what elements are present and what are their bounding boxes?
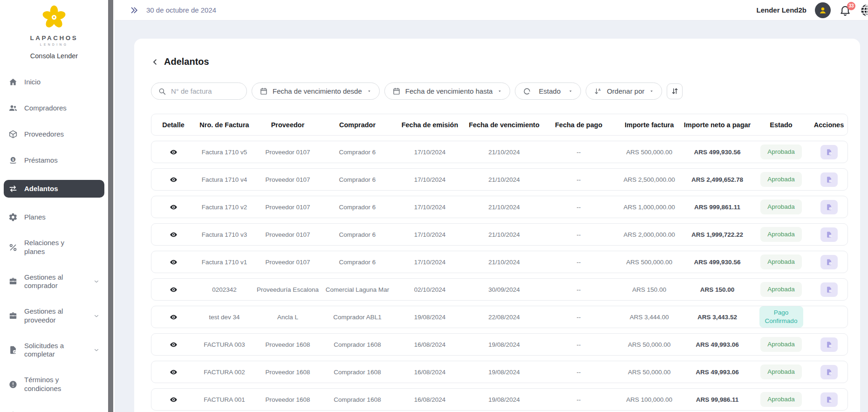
provider-cell: Proveedor 1608 [253,341,322,348]
person-icon [818,5,828,15]
sidebar-item-label: Préstamos [24,156,82,165]
sidebar-item-gestiones-al-comprador[interactable]: Gestiones al comprador [4,271,104,293]
sidebar-nav: Inicio Compradores Proveedores $ Préstam… [0,76,108,412]
caret-down-icon [497,89,502,94]
document-action-button[interactable] [820,282,838,297]
view-detail-button[interactable] [168,394,178,405]
coin-icon: $ [8,156,18,165]
table-row: Factura 1710 v3 Proveedor 0107 Comprador… [151,223,848,246]
sidebar-item-prestamos[interactable]: $ Préstamos [4,154,104,167]
view-detail-button[interactable] [168,202,178,212]
chevron-down-icon[interactable] [93,347,100,353]
table-row: Factura 1710 v2 Proveedor 0107 Comprador… [151,196,848,218]
view-detail-button[interactable] [168,257,178,267]
sidebar-item-proveedores[interactable]: Proveedores [4,128,104,141]
document-action-button[interactable] [820,227,838,242]
document-action-button[interactable] [820,200,838,214]
net-amount-cell: ARS 2,499,652.78 [683,176,752,183]
view-detail-button[interactable] [168,284,178,295]
column-header-acciones: Acciones [810,121,847,129]
view-detail-button[interactable] [168,312,178,322]
view-detail-button[interactable] [168,147,178,157]
due-date-to-filter[interactable]: Fecha de vencimiento hasta [384,82,511,100]
invoice-search[interactable] [151,82,247,100]
home-icon [8,77,18,87]
invoice-number-cell: test dev 34 [195,314,253,321]
language-button[interactable] [860,3,868,18]
doc-check-icon [826,341,833,348]
invoice-amount-cell: ARS 500,000.00 [616,259,683,266]
buyer-cell: Comprador 6 [322,231,393,238]
sidebar-item-gestiones-al-proveedor[interactable]: Gestiones al proveedor [4,305,104,327]
document-action-button[interactable] [820,145,838,159]
column-header-fecha-de-vencimiento: Fecha de vencimiento [467,121,541,129]
swap-icon [8,184,18,193]
buyer-cell: Comprador 6 [322,176,393,183]
invoice-number-cell: Factura 1710 v5 [195,149,253,156]
view-detail-button[interactable] [168,339,178,350]
percent-icon [8,243,18,252]
user-name: Lender Lend2b [756,6,806,14]
invoice-amount-cell: ARS 50,000.00 [616,341,683,348]
filters-bar: Fecha de vencimiento desde Fecha de venc… [151,82,848,100]
column-header-fecha-de-pago: Fecha de pago [541,121,616,129]
issue-date-cell: 17/10/2024 [393,176,467,183]
notifications-button[interactable]: 33 [839,4,851,16]
due-date-cell: 21/10/2024 [467,204,541,211]
sort-direction-button[interactable] [667,83,683,99]
sidebar: LAPACHOS LENDING Consola Lender Inicio C… [0,0,108,412]
brand-title: LAPACHOS [0,34,108,41]
caret-down-icon [367,89,372,94]
document-action-button[interactable] [820,337,838,352]
buyer-cell: Comprador 6 [322,149,393,156]
console-label: Consola Lender [0,52,108,60]
document-action-button[interactable] [820,172,838,187]
net-amount-cell: ARS 499,930.56 [683,149,752,156]
view-detail-button[interactable] [168,174,178,185]
doc-check-icon [826,286,833,293]
document-action-button[interactable] [820,365,838,379]
provider-cell: Proveedor 1608 [253,396,322,403]
invoice-amount-cell: ARS 2,000,000.00 [616,231,683,238]
sidebar-scrollbar[interactable] [108,0,113,412]
sidebar-item-inicio[interactable]: Inicio [4,76,104,89]
invoice-number-cell: Factura 1710 v1 [195,259,253,266]
provider-cell: Proveeduría Escalona [253,286,322,293]
issue-date-cell: 17/10/2024 [393,149,467,156]
sidebar-item-relaciones-y-planes[interactable]: Relaciones y planes [4,237,104,258]
column-header-nro-de-factura: Nro. de Factura [195,121,253,129]
back-button[interactable] [151,58,159,66]
invoice-amount-cell: ARS 50,000.00 [616,369,683,376]
invoice-amount-cell: ARS 100,000.00 [616,396,683,403]
due-date-cell: 19/08/2024 [467,341,541,348]
due-date-from-filter[interactable]: Fecha de vencimiento desde [252,82,380,100]
invoice-search-input[interactable] [171,87,240,95]
sidebar-item-terminos-y-condiciones[interactable]: Términos y condiciones [4,374,104,395]
document-action-button[interactable] [820,392,838,407]
chevron-down-icon[interactable] [93,278,100,285]
issue-date-cell: 16/08/2024 [393,396,467,403]
sidebar-item-adelantos[interactable]: Adelantos [4,180,104,198]
sidebar-item-solicitudes-a-completar[interactable]: Solicitudes a completar [4,340,104,361]
estado-filter[interactable]: Estado [515,82,581,100]
sidebar-item-planes[interactable]: Planes [4,211,104,224]
provider-cell: Proveedor 0107 [253,176,322,183]
buyer-cell: Comprador 1608 [322,341,393,348]
user-avatar[interactable] [815,2,831,18]
view-detail-button[interactable] [168,367,178,377]
sidebar-item-label: Compradores [24,104,82,113]
due-date-cell: 30/09/2024 [467,286,541,293]
document-action-button[interactable] [820,255,838,269]
chevron-down-icon[interactable] [93,313,100,319]
status-badge: Aprobada [760,199,802,214]
expand-sidebar-icon[interactable] [130,6,139,15]
view-detail-button[interactable] [168,229,178,240]
column-header-proveedor: Proveedor [253,121,322,129]
sidebar-item-reportes[interactable]: Reportes [4,408,104,412]
payment-date-cell: -- [541,204,616,211]
sort-by-filter[interactable]: A Ordenar por [586,82,662,100]
issue-date-cell: 17/10/2024 [393,231,467,238]
sidebar-item-compradores[interactable]: Compradores [4,102,104,115]
issue-date-cell: 16/08/2024 [393,369,467,376]
due-date-cell: 21/10/2024 [467,176,541,183]
